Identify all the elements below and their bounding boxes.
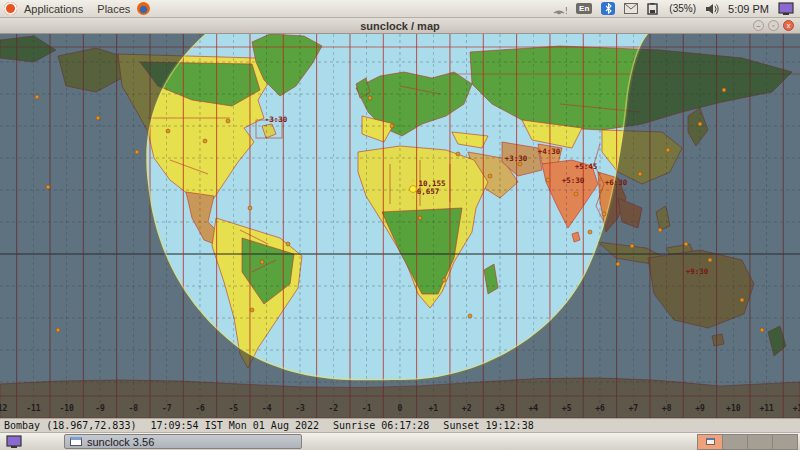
timezone-label: -7	[162, 404, 172, 413]
timezone-label: -6	[195, 404, 205, 413]
timezone-label: +12	[793, 404, 800, 413]
city-marker	[260, 260, 264, 264]
map-label: +4:30	[538, 147, 561, 156]
city-marker	[203, 139, 207, 143]
city-marker	[698, 122, 702, 126]
workspace-switcher	[697, 434, 798, 450]
city-marker	[250, 308, 254, 312]
timezone-label: +9	[695, 404, 705, 413]
minimize-button[interactable]: –	[753, 20, 764, 31]
timezone-label: +3	[495, 404, 505, 413]
city-marker	[574, 192, 578, 196]
city-marker	[708, 258, 712, 262]
mail-icon[interactable]	[624, 3, 638, 14]
timezone-label: -3	[295, 404, 305, 413]
timezone-label: -10	[59, 404, 74, 413]
timezone-label: +7	[628, 404, 638, 413]
city-marker	[666, 148, 670, 152]
city-marker	[96, 116, 100, 120]
city-marker	[602, 212, 606, 216]
show-desktop-icon[interactable]	[6, 435, 22, 449]
status-bar: Bombay (18.967,72.833) 17:09:54 IST Mon …	[0, 418, 800, 432]
city-marker	[588, 230, 592, 234]
city-marker	[616, 262, 620, 266]
map-label: +5:45	[575, 162, 598, 171]
map-label: +6:30	[605, 178, 628, 187]
panel-clock[interactable]: 5:09 PM	[728, 3, 769, 15]
city-marker	[390, 124, 394, 128]
status-sunrise: Sunrise 06:17:28	[333, 420, 429, 431]
city-marker	[442, 278, 446, 282]
map-label: +5:30	[562, 176, 585, 185]
firefox-launcher-icon[interactable]	[137, 2, 150, 15]
status-datetime: 17:09:54 IST Mon 01 Aug 2022	[150, 420, 319, 431]
workspace-window-icon	[706, 438, 715, 445]
city-marker	[368, 96, 372, 100]
timezone-label: -11	[26, 404, 41, 413]
battery-percent[interactable]: (35%)	[669, 3, 696, 14]
task-button-label: sunclock 3.56	[87, 436, 154, 448]
timezone-label: +2	[462, 404, 472, 413]
city-marker	[740, 298, 744, 302]
keyboard-layout-indicator[interactable]: En	[576, 3, 592, 14]
city-marker	[760, 328, 764, 332]
status-sunset: Sunset 19:12:38	[443, 420, 533, 431]
city-marker	[166, 129, 170, 133]
city-marker	[638, 172, 642, 176]
menu-places[interactable]: Places	[90, 3, 137, 15]
timezone-label: -4	[262, 404, 272, 413]
window-icon	[70, 437, 82, 446]
city-marker	[456, 152, 460, 156]
city-marker	[56, 328, 60, 332]
window-title: sunclock / map	[0, 20, 800, 32]
map-label: +3:30	[505, 154, 528, 163]
city-marker	[418, 216, 422, 220]
timezone-label: -8	[129, 404, 139, 413]
workspace-3[interactable]	[748, 435, 773, 449]
workspace-2[interactable]	[723, 435, 748, 449]
workspace-4[interactable]	[773, 435, 797, 449]
taskbar: sunclock 3.56	[0, 432, 800, 450]
city-marker	[488, 174, 492, 178]
city-marker	[546, 178, 550, 182]
city-marker	[630, 244, 634, 248]
map-label: +9:30	[686, 267, 709, 276]
window-titlebar[interactable]: sunclock / map – ▫ x	[0, 18, 800, 34]
city-marker	[722, 88, 726, 92]
city-marker	[468, 314, 472, 318]
task-button-sunclock[interactable]: sunclock 3.56	[64, 434, 302, 449]
timezone-label: -2	[329, 404, 339, 413]
map-label: -3:30	[265, 115, 288, 124]
timezone-label: +4	[528, 404, 538, 413]
map-label: 6,657	[417, 187, 440, 196]
city-marker	[248, 206, 252, 210]
bluetooth-icon[interactable]	[601, 2, 615, 15]
city-marker	[286, 242, 290, 246]
status-location: Bombay (18.967,72.833)	[4, 420, 136, 431]
maximize-button[interactable]: ▫	[768, 20, 779, 31]
display-icon[interactable]	[778, 2, 794, 16]
menu-applications[interactable]: Applications	[17, 3, 90, 15]
volume-icon[interactable]	[705, 3, 719, 15]
battery-icon[interactable]	[647, 3, 660, 15]
timezone-label: +10	[726, 404, 741, 413]
city-marker	[684, 242, 688, 246]
top-panel: Applications Places ! En (35%) 5:09 PM	[0, 0, 800, 18]
close-button[interactable]: x	[783, 20, 794, 31]
workspace-1[interactable]	[698, 435, 723, 449]
timezone-label: +8	[662, 404, 672, 413]
city-marker	[135, 150, 139, 154]
timezone-label: -1	[362, 404, 372, 413]
city-marker	[226, 119, 230, 123]
world-map[interactable]: -3:30+3:30+4:30+5:45+5:30+6:30+9:3010,15…	[0, 34, 800, 418]
distro-logo-icon[interactable]	[4, 2, 17, 15]
timezone-label: 0	[398, 404, 403, 413]
city-marker	[35, 95, 39, 99]
timezone-label: +11	[759, 404, 774, 413]
network-icon[interactable]: !	[552, 2, 567, 15]
timezone-label: +5	[562, 404, 572, 413]
timezone-label: -5	[229, 404, 239, 413]
timezone-label: +1	[429, 404, 439, 413]
city-marker	[46, 185, 50, 189]
svg-text:!: !	[564, 7, 567, 15]
